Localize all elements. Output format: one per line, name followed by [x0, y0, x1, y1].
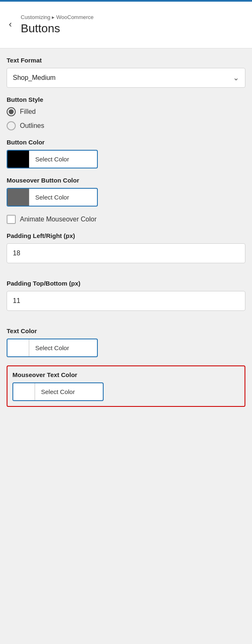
radio-filled-inner — [9, 109, 14, 114]
animate-mouseover-checkbox[interactable] — [7, 215, 16, 224]
back-arrow-icon: ‹ — [9, 19, 12, 30]
mouseover-text-color-swatch — [13, 383, 35, 400]
button-style-radio-group: Filled Outlines — [7, 107, 245, 130]
padding-tb-label: Padding Top/Bottom (px) — [7, 280, 245, 287]
mouseover-button-color-swatch — [7, 189, 29, 206]
radio-filled-outer — [7, 107, 16, 116]
button-style-label: Button Style — [7, 96, 245, 103]
text-color-swatch — [7, 339, 29, 356]
button-color-label: Button Color — [7, 139, 245, 146]
breadcrumb: Customizing ▸ WooCommerce — [21, 14, 245, 20]
radio-item-outlines[interactable]: Outlines — [7, 121, 245, 130]
radio-item-filled[interactable]: Filled — [7, 107, 245, 116]
content-area: Text Format Shop_Medium ⌄ Button Style F… — [0, 48, 252, 415]
text-format-label: Text Format — [7, 57, 245, 64]
button-color-picker[interactable]: Select Color — [7, 150, 98, 168]
text-color-picker[interactable]: Select Color — [7, 339, 98, 357]
padding-lr-input[interactable] — [7, 243, 245, 263]
back-button[interactable]: ‹ — [0, 6, 21, 43]
button-color-select-label: Select Color — [29, 151, 75, 168]
text-color-label: Text Color — [7, 327, 245, 334]
header-text: Customizing ▸ WooCommerce Buttons — [21, 14, 245, 35]
top-bar: ‹ Customizing ▸ WooCommerce Buttons — [0, 2, 252, 48]
text-color-select-label: Select Color — [29, 339, 75, 356]
mouseover-text-color-select-label: Select Color — [35, 383, 81, 400]
radio-outlines-outer — [7, 121, 16, 130]
chevron-down-icon: ⌄ — [233, 73, 239, 82]
radio-filled-label: Filled — [20, 108, 36, 115]
radio-outlines-label: Outlines — [20, 122, 44, 130]
page-title: Buttons — [21, 22, 245, 35]
animate-mouseover-checkbox-item[interactable]: Animate Mouseover Color — [7, 215, 245, 224]
button-color-swatch — [7, 151, 29, 168]
text-format-dropdown[interactable]: Shop_Medium ⌄ — [7, 68, 245, 88]
mouseover-button-color-picker[interactable]: Select Color — [7, 188, 98, 207]
mouseover-text-color-section: Mouseover Text Color Select Color — [7, 365, 245, 407]
mouseover-text-color-label: Mouseover Text Color — [12, 371, 240, 378]
mouseover-button-color-select-label: Select Color — [29, 189, 75, 206]
text-format-value: Shop_Medium — [13, 74, 56, 82]
animate-mouseover-label: Animate Mouseover Color — [20, 216, 97, 223]
padding-lr-label: Padding Left/Right (px) — [7, 232, 245, 239]
mouseover-text-color-picker[interactable]: Select Color — [12, 382, 104, 401]
padding-tb-input[interactable] — [7, 291, 245, 311]
mouseover-button-color-label: Mouseover Button Color — [7, 177, 245, 184]
